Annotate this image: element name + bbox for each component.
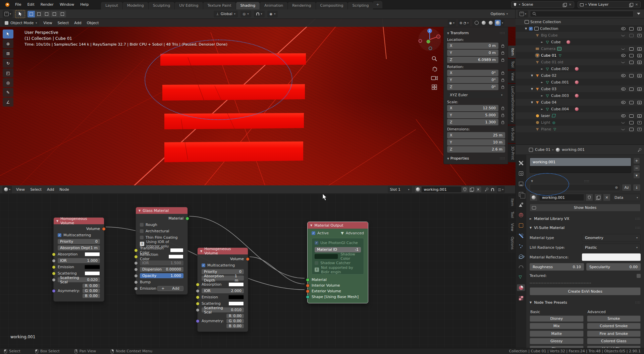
panel-grip-icon[interactable]: :::: <box>635 301 641 304</box>
advanced-collapse-icon[interactable]: ▼ <box>341 231 343 235</box>
asymmetry-r[interactable]: R0.00 <box>83 284 100 288</box>
browse-material-button[interactable] <box>530 194 538 201</box>
lock-icon[interactable] <box>500 51 505 55</box>
livi-type-dropdown[interactable]: Plastic▾ <box>582 244 641 251</box>
color-swatch[interactable] <box>85 265 100 269</box>
collapse-icon[interactable]: ▼ <box>200 250 202 253</box>
expand-icon[interactable] <box>530 74 534 77</box>
preset-button[interactable]: Colored Smoke <box>587 323 641 329</box>
visuite-panel-header[interactable]: ▼ VI-Suite Material :::: <box>530 224 641 232</box>
shading-solid-button[interactable] <box>481 20 487 26</box>
unlink-material-button[interactable]: ✕ <box>603 194 610 201</box>
material-output-socket[interactable]: Material <box>140 216 183 221</box>
viewport-menu-item[interactable]: Object <box>84 21 102 25</box>
disable-render-icon[interactable] <box>637 87 641 91</box>
tab-physics[interactable] <box>517 253 525 260</box>
outliner-item-label[interactable]: Cube 03 <box>541 87 556 91</box>
material-library-panel-header[interactable]: ► Material Library VX :::: <box>530 215 641 223</box>
disable-viewport-icon[interactable] <box>629 87 633 91</box>
view-layer-name[interactable]: View Layer <box>588 2 627 7</box>
preset-button[interactable]: Disney <box>530 315 584 322</box>
editor-type-selector[interactable]: ▾ <box>3 10 13 18</box>
slot-filter-input[interactable]: ⊕ <box>530 184 620 191</box>
photongi-checkbox[interactable]: ✓Use PhotonGI Cache <box>315 240 361 245</box>
close-icon[interactable]: ✕ <box>635 3 639 7</box>
material-slot-selected[interactable]: working.001 <box>530 158 631 166</box>
hide-viewport-icon[interactable] <box>621 114 625 118</box>
node-editor-tab[interactable]: View <box>508 221 515 234</box>
new-view-layer-icon[interactable] <box>629 3 633 7</box>
preset-button[interactable]: Fire and Smoke <box>587 331 641 337</box>
ior-slider[interactable]: IOR2.000 <box>202 288 244 293</box>
disable-render-icon[interactable] <box>637 120 641 124</box>
tool-scale[interactable]: ◰ <box>3 68 13 77</box>
tab-world[interactable] <box>517 212 525 218</box>
outliner-item-label[interactable]: Camera <box>541 47 555 51</box>
topbar-menu-item[interactable]: File <box>12 0 24 9</box>
slot-dropdown[interactable]: Slot 1 ▾ <box>388 186 412 193</box>
scene-selector[interactable]: ▾ Scene ✕ <box>511 1 574 8</box>
specularity-slider[interactable]: Specularity0.00 <box>586 263 641 271</box>
volume-output-socket[interactable]: Volume <box>202 256 244 261</box>
absorption-depth-slider[interactable]: Absorption Dept1 m <box>58 245 100 250</box>
show-nodes-button[interactable]: Show Nodes <box>530 204 641 212</box>
zoom-icon[interactable] <box>431 56 437 62</box>
node-header[interactable]: ▼Material Output <box>308 222 368 229</box>
preset-button[interactable]: Glass <box>530 346 584 348</box>
node-input-socket[interactable]: Material <box>312 277 364 283</box>
expand-icon[interactable] <box>540 81 544 84</box>
disable-render-icon[interactable] <box>637 127 641 131</box>
node-editor-menu-item[interactable]: Node <box>57 187 72 192</box>
outliner-row[interactable]: ✓ Cube 03 <box>516 85 644 92</box>
tool-measure[interactable]: ∠ <box>3 98 13 107</box>
node-input-socket[interactable]: Exterior Volume <box>312 288 364 294</box>
bump-input[interactable]: Bump <box>140 280 183 285</box>
disable-viewport-icon[interactable] <box>629 33 633 37</box>
editor-type-selector[interactable]: ▾ <box>518 10 528 17</box>
dispersion-slider[interactable]: Dispersion0.00000 <box>140 267 183 272</box>
color-swatch[interactable] <box>228 301 244 306</box>
disable-viewport-icon[interactable] <box>629 60 633 64</box>
workspace-tab[interactable]: Scripting <box>348 2 373 9</box>
outliner-item-label[interactable]: Cube 04 <box>541 100 556 105</box>
pin-icon[interactable] <box>484 187 488 191</box>
ior-slider[interactable]: IOR1.000 <box>58 258 100 263</box>
lock-icon[interactable] <box>500 44 505 48</box>
lock-icon[interactable] <box>500 114 505 117</box>
slot-specials-button[interactable]: ▾ <box>633 172 640 179</box>
reflection-color-input[interactable]: Reflection Color <box>140 254 183 259</box>
node-input-socket[interactable]: Shape [Using Base Mesh] <box>312 294 364 300</box>
dimension-input[interactable]: X25 m <box>447 132 505 138</box>
outliner-row[interactable]: ✓ Cube <box>516 39 644 45</box>
tab-output[interactable] <box>517 180 525 187</box>
rotation-input[interactable]: X0° <box>447 70 498 76</box>
pan-hand-icon[interactable] <box>431 65 437 71</box>
asymmetry-b[interactable]: B0.00 <box>226 324 244 328</box>
rotation-input[interactable]: Z0° <box>447 84 498 90</box>
collapse-icon[interactable]: ▼ <box>56 220 58 223</box>
gizmo-overlay-toggles[interactable]: ⊕ ◔ ▾ <box>458 19 470 26</box>
absorption-depth-slider[interactable]: Absorption Depth1 m <box>202 276 244 281</box>
shadow-color-input[interactable]: Shadow Color <box>315 254 361 259</box>
lock-icon[interactable] <box>500 78 505 82</box>
color-swatch[interactable] <box>85 252 100 256</box>
architectural-checkbox[interactable]: Architectural <box>140 229 183 234</box>
rough-checkbox[interactable]: Rough <box>140 222 183 227</box>
browse-material-button[interactable] <box>415 186 421 193</box>
workspace-tab[interactable]: Rendering <box>288 2 315 9</box>
location-input[interactable]: X0 m <box>447 43 498 49</box>
hide-viewport-icon[interactable] <box>621 47 625 51</box>
hide-viewport-icon[interactable] <box>621 60 625 64</box>
outliner-row[interactable]: ✓ Cube 02 <box>516 72 644 79</box>
panel-grip-icon[interactable]: :::: <box>635 217 641 220</box>
node-glass-material[interactable]: ▼Glass Material Material Rough Architect… <box>136 207 188 295</box>
disable-viewport-icon[interactable] <box>629 127 633 131</box>
outliner-row[interactable]: ✓ Cube 04 <box>516 99 644 106</box>
preset-button[interactable]: Colored Glass <box>587 338 641 344</box>
tool-rotate[interactable]: ↻ <box>3 59 13 68</box>
unlink-material-button[interactable]: ✕ <box>475 186 482 193</box>
tool-transform[interactable]: ◎ <box>3 78 13 87</box>
expand-icon[interactable] <box>530 101 534 104</box>
disable-viewport-icon[interactable] <box>629 120 633 124</box>
navigation-gizmo[interactable]: Z <box>417 27 442 52</box>
